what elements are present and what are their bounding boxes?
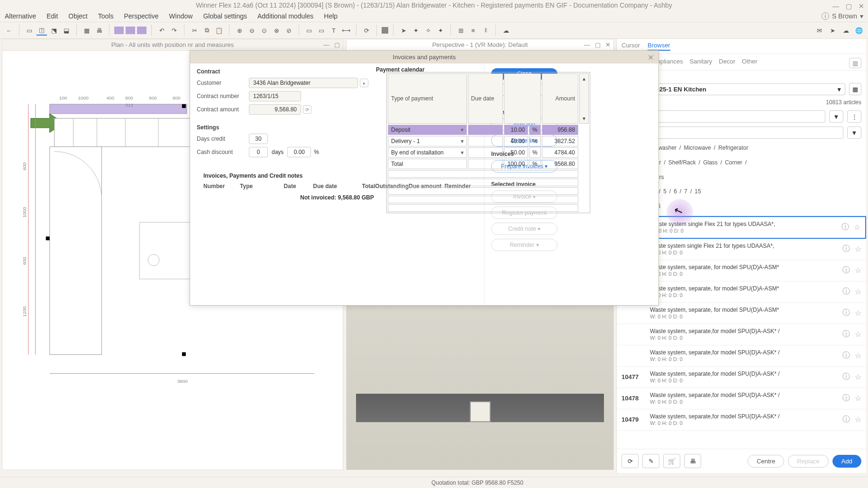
cash-discount-days-field[interactable]: 0	[249, 147, 268, 157]
tool-c5[interactable]: ⊘	[283, 25, 294, 36]
paste-icon[interactable]: 📋	[214, 25, 224, 36]
menu-tools[interactable]: Tools	[98, 12, 114, 20]
cal-amount[interactable]: 4784.40	[542, 147, 578, 158]
menu-edit[interactable]: Edit	[46, 12, 58, 20]
tool-fill[interactable]	[382, 27, 388, 34]
info-icon[interactable]: ⓘ	[842, 415, 850, 425]
chip[interactable]: Microwave	[684, 143, 711, 154]
refresh-icon[interactable]: ⟳	[361, 25, 372, 36]
chip[interactable]: /	[659, 186, 660, 197]
star-icon[interactable]: ☆	[855, 308, 861, 317]
cal-due[interactable]	[468, 159, 503, 169]
layout-toggle-icon[interactable]: ▥	[849, 58, 861, 68]
list-item[interactable]: 10477 Waste system, separate,for model S…	[617, 367, 866, 388]
footer-cart-icon[interactable]: 🛒	[663, 454, 680, 468]
add-button[interactable]: Add	[832, 455, 861, 468]
tool-g3[interactable]: ⦀	[480, 25, 491, 36]
chip[interactable]: /	[745, 157, 747, 168]
chip[interactable]: /	[664, 157, 665, 168]
info-icon[interactable]: ⓘ	[841, 222, 849, 232]
minimize-icon[interactable]: —	[832, 1, 839, 11]
chip[interactable]: 6	[674, 186, 677, 197]
plan-maximize-icon[interactable]: ▢	[334, 41, 340, 48]
user-menu[interactable]: i S Brown ▾	[822, 12, 863, 20]
persp-minimize-icon[interactable]: —	[584, 41, 590, 48]
days-credit-field[interactable]: 30	[249, 134, 268, 144]
chip[interactable]: /	[690, 186, 692, 197]
cal-pct[interactable]: 100.00	[504, 159, 528, 169]
tool-r1[interactable]: ▭	[304, 25, 314, 36]
modal-close-icon[interactable]: ✕	[648, 53, 654, 62]
info-icon[interactable]: ⓘ	[842, 329, 850, 339]
filter-icon-2[interactable]: ▼	[847, 127, 861, 139]
menu-help[interactable]: Help	[324, 12, 338, 20]
tool-c1[interactable]: ⊕	[234, 25, 245, 36]
menu-global-settings[interactable]: Global settings	[203, 12, 247, 20]
footer-edit-icon[interactable]: ✎	[642, 454, 659, 468]
tool-4[interactable]: ⬓	[61, 25, 72, 36]
tool-g1[interactable]: ⊞	[456, 25, 466, 36]
list-item[interactable]: Waste system, separate, for model SPU(D)…	[617, 303, 866, 324]
list-item[interactable]: Waste system, separate,for model SPU(D)A…	[617, 345, 866, 367]
tool-c4[interactable]: ⊗	[271, 25, 282, 36]
cal-type[interactable]: Total	[388, 159, 467, 169]
top-tab-cursor[interactable]: Cursor	[621, 42, 640, 51]
more-icon[interactable]: ⋮	[847, 110, 861, 123]
info-icon[interactable]: ⓘ	[842, 393, 850, 403]
tool-s2[interactable]: ✧	[423, 25, 433, 36]
chip[interactable]: 5	[663, 186, 667, 197]
star-icon[interactable]: ☆	[855, 415, 861, 424]
cal-amount[interactable]: 3827.52	[542, 136, 578, 146]
persp-maximize-icon[interactable]: ▢	[595, 41, 601, 48]
cal-pct[interactable]: 40.00	[504, 136, 528, 146]
globe-icon[interactable]: 🌐	[854, 25, 864, 36]
calendar-row[interactable]: By end of installation 50.00 % 4784.40	[388, 147, 589, 158]
contract-amt-icon[interactable]: ⟳	[303, 105, 311, 114]
cal-type[interactable]: Deposit	[388, 125, 467, 135]
calendar-row[interactable]: Delivery - 1 40.00 % 3827.52	[388, 136, 589, 146]
tool-grid[interactable]: ▦	[82, 25, 92, 36]
list-item[interactable]: Waste system, separate,for model SPU(D)A…	[617, 324, 866, 345]
centre-button[interactable]: Centre	[748, 455, 784, 468]
info-icon[interactable]: ⓘ	[842, 265, 850, 275]
tab-other[interactable]: Other	[742, 58, 758, 68]
info-icon[interactable]: ⓘ	[842, 351, 850, 361]
star-icon[interactable]: ☆	[855, 287, 861, 296]
info-icon[interactable]: ⓘ	[842, 372, 850, 382]
tool-2[interactable]: ◫	[37, 25, 47, 36]
tool-purple-2[interactable]	[126, 27, 135, 34]
footer-print-icon[interactable]: 🖶	[684, 454, 701, 468]
cal-amount[interactable]: 956.88	[542, 125, 578, 135]
tool-purple-1[interactable]	[114, 27, 124, 34]
menu-object[interactable]: Object	[68, 12, 87, 20]
undo-icon[interactable]: ↶	[156, 25, 167, 36]
chip[interactable]: 7	[684, 186, 687, 197]
info-icon[interactable]: ⓘ	[842, 287, 850, 297]
plan-minimize-icon[interactable]: —	[323, 41, 329, 48]
footer-refresh-icon[interactable]: ⟳	[621, 454, 639, 468]
cal-type[interactable]: Delivery - 1	[388, 136, 467, 146]
supplier-action-icon[interactable]: ▦	[849, 83, 861, 95]
info-icon[interactable]: ⓘ	[842, 308, 850, 318]
tool-t[interactable]: T	[329, 25, 339, 36]
mail-icon[interactable]: ✉	[814, 25, 824, 36]
chip[interactable]: /	[679, 143, 681, 154]
chip[interactable]: /	[721, 157, 722, 168]
customer-field[interactable]: 3436 Alan Bridgewater	[249, 78, 358, 88]
tool-s3[interactable]: ✦	[435, 25, 446, 36]
star-icon[interactable]: ☆	[855, 394, 861, 403]
star-icon[interactable]: ☆	[855, 372, 861, 381]
maximize-icon[interactable]: ▢	[846, 1, 852, 11]
copy-icon[interactable]: ⧉	[201, 25, 212, 36]
cal-pct[interactable]: 10.00	[504, 125, 528, 135]
top-tab-browser[interactable]: Browser	[648, 42, 670, 51]
filter-icon[interactable]: ▼	[829, 110, 843, 123]
list-item[interactable]: 10478 Waste system, separate,for model S…	[617, 388, 866, 409]
back-icon[interactable]: ←	[4, 25, 14, 36]
chip[interactable]: Shelf/Rack	[668, 157, 696, 168]
cal-pct[interactable]: 50.00	[504, 147, 528, 158]
tab-sanitary[interactable]: Sanitary	[690, 58, 713, 68]
customer-lookup-icon[interactable]: ▸	[360, 79, 368, 87]
tool-purple-3[interactable]	[137, 27, 146, 34]
chip[interactable]: /	[714, 143, 715, 154]
